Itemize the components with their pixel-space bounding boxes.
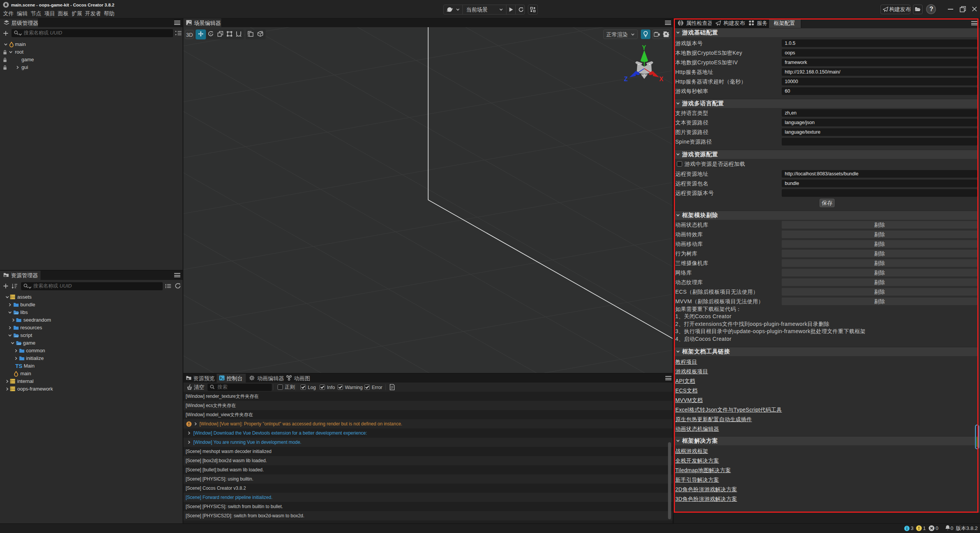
svg-text:Z: Z [624,76,628,82]
svg-text:X: X [659,76,663,82]
svg-text:Y: Y [642,45,646,51]
